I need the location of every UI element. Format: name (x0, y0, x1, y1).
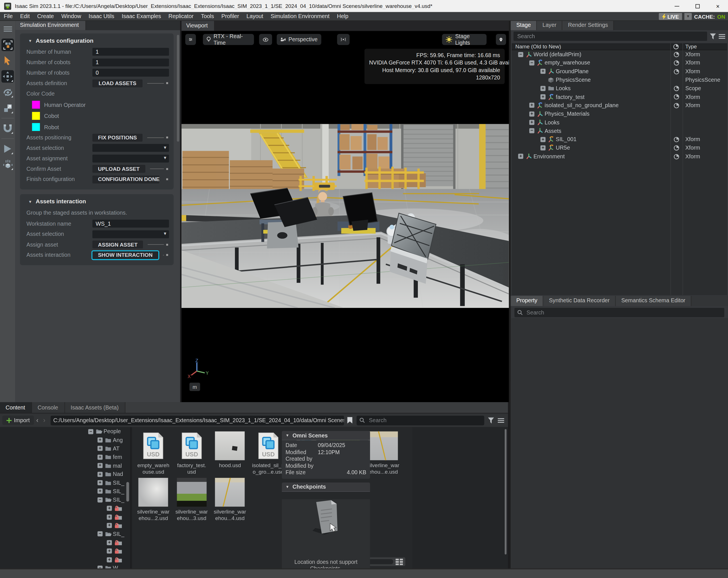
menu-item[interactable]: Simulation Environment (267, 13, 333, 20)
menu-item[interactable]: Isaac Utils (85, 13, 118, 20)
visibility-eye-icon[interactable] (673, 103, 680, 108)
expander-toggle[interactable]: − (88, 429, 93, 434)
options-list-icon[interactable] (719, 34, 725, 39)
expander-toggle[interactable]: + (518, 154, 523, 159)
visibility-eye-icon[interactable] (673, 60, 680, 66)
render-settings-sliders-icon[interactable] (185, 34, 196, 45)
prim-name[interactable]: SIL_001 (556, 136, 576, 143)
folder-tree-row[interactable]: + SIL_ (0, 487, 130, 496)
column-type[interactable]: Type (685, 44, 697, 49)
bookmark-icon[interactable] (347, 417, 353, 424)
prim-name[interactable]: GroundPlane (556, 68, 589, 75)
tab-console[interactable]: Console (32, 402, 65, 413)
content-scrollbar[interactable] (505, 429, 506, 554)
asset-assignment-dropdown[interactable]: ▼ (93, 154, 169, 162)
folder-tree-row[interactable]: − SIL_ (0, 530, 130, 538)
checkpoints-header[interactable]: ▼ Checkpoints (282, 482, 370, 492)
stage-tree-row[interactable]: − empty_warehouse Xform (512, 58, 727, 67)
visibility-eye-icon[interactable] (673, 69, 680, 74)
stage-tree-row[interactable]: + UR5e Xform (512, 144, 727, 152)
renderer-selector-button[interactable]: RTX - Real-Time (203, 34, 254, 45)
expander-toggle[interactable]: + (98, 488, 103, 494)
axis-gizmo[interactable]: Z X Y (187, 358, 209, 380)
folder-name[interactable]: SIL_ (113, 497, 124, 503)
folder-name[interactable]: SIL_ (113, 480, 124, 486)
live-sync-button[interactable]: LIVE (659, 13, 682, 20)
expander-toggle[interactable]: + (107, 557, 112, 562)
expander-toggle[interactable]: + (107, 506, 112, 511)
stage-tree-row[interactable]: + Environment Xform (512, 152, 727, 160)
folder-tree-row[interactable]: − W (0, 564, 130, 569)
content-search-input[interactable] (368, 417, 482, 424)
move-icon[interactable] (1, 70, 14, 82)
expander-toggle[interactable]: + (541, 95, 546, 100)
prim-name[interactable]: World (defaultPrim) (534, 51, 581, 58)
file-item[interactable]: USD silverline_war ehou...4.usd (211, 477, 249, 524)
waypoint-halo-icon[interactable] (337, 34, 349, 45)
visibility-eye-icon[interactable] (673, 145, 680, 151)
expander-toggle[interactable]: + (98, 472, 103, 477)
back-button[interactable]: ‹ (34, 417, 41, 424)
asset-selection-dropdown[interactable]: ▼ (93, 230, 169, 238)
upload-asset-button[interactable]: UPLOAD ASSET (93, 165, 145, 173)
load-assets-button[interactable]: LOAD ASSETS (93, 79, 142, 87)
folder-tree-row[interactable]: + (0, 513, 130, 521)
menu-item[interactable]: Window (58, 13, 85, 20)
camera-selector-button[interactable]: Perspective (277, 34, 321, 45)
menu-item[interactable]: File (0, 13, 17, 20)
warehouse-3d-scene[interactable] (182, 124, 509, 308)
expander-toggle[interactable]: + (98, 437, 103, 443)
stage-tree-row[interactable]: + factory_test Xform (512, 93, 727, 101)
expander-toggle[interactable]: + (541, 137, 546, 142)
tab-simulation-environment[interactable]: Simulation Environment (15, 21, 86, 30)
tab-layer[interactable]: Layer (537, 21, 562, 30)
file-item[interactable]: USD silverline_war ehou...2.usd (134, 477, 173, 524)
tree-scrollbar[interactable] (126, 482, 129, 502)
file-name[interactable]: factory_test. usd (177, 462, 206, 475)
fix-positions-button[interactable]: FIX POSITIONS (93, 133, 142, 142)
prim-name[interactable]: Looks (545, 119, 560, 126)
visibility-eye-icon[interactable] (673, 94, 680, 100)
menu-item[interactable]: Isaac Examples (118, 13, 164, 20)
number-of-cobots-input[interactable] (93, 58, 169, 66)
forward-button[interactable]: › (41, 417, 48, 424)
folder-tree-row[interactable]: + (0, 504, 130, 513)
stage-tree-row[interactable]: + isolated_sil_no_ground_plane Xform (512, 101, 727, 110)
folder-name[interactable]: Nad (113, 471, 123, 477)
folder-tree-row[interactable]: + AT (0, 444, 130, 453)
select-cursor-icon[interactable] (1, 54, 14, 67)
folder-tree-row[interactable]: + (0, 538, 130, 547)
configuration-done-button[interactable]: CONFIGURATION DONE (93, 175, 159, 183)
file-name[interactable]: isolated_sil_n o_gro...e.usd (252, 462, 284, 475)
column-name[interactable]: Name (Old to New) (512, 44, 561, 49)
menu-item[interactable]: Help (333, 13, 352, 20)
stage-tree-row[interactable]: + GroundPlane Xform (512, 67, 727, 76)
menu-item[interactable]: Layout (243, 13, 267, 20)
stage-tree-row[interactable]: + Looks (512, 118, 727, 127)
filter-icon[interactable] (488, 418, 494, 423)
expander-toggle[interactable]: + (107, 549, 112, 554)
folder-tree-row[interactable]: + fem (0, 453, 130, 461)
prim-name[interactable]: empty_warehouse (545, 60, 590, 66)
folder-name[interactable]: mal (113, 462, 122, 469)
close-button[interactable]: × (708, 0, 728, 12)
location-pin-icon[interactable] (496, 34, 506, 45)
menu-item[interactable]: Tools (197, 13, 218, 20)
menu-item[interactable]: Create (33, 13, 57, 20)
prim-name[interactable]: Assets (545, 128, 561, 134)
expander-toggle[interactable]: − (529, 60, 534, 65)
visibility-eye-icon[interactable] (673, 136, 680, 143)
import-button[interactable]: Import (2, 416, 34, 425)
visibility-eye-icon[interactable] (673, 85, 680, 91)
folder-name[interactable]: fem (113, 454, 122, 460)
expander-toggle[interactable]: + (98, 455, 103, 460)
expander-toggle[interactable]: − (518, 52, 523, 57)
prim-name[interactable]: UR5e (556, 145, 570, 151)
stage-tree-row[interactable]: − World (defaultPrim) Xform (512, 50, 727, 58)
content-search-box[interactable] (357, 416, 484, 425)
minimize-button[interactable] (667, 0, 687, 12)
file-item[interactable]: USD hood.usd (211, 431, 249, 477)
tab-semantics-schema-editor[interactable]: Semantics Schema Editor (616, 296, 692, 306)
number-of-robots-input[interactable] (93, 69, 169, 77)
prim-name[interactable]: factory_test (556, 94, 584, 100)
